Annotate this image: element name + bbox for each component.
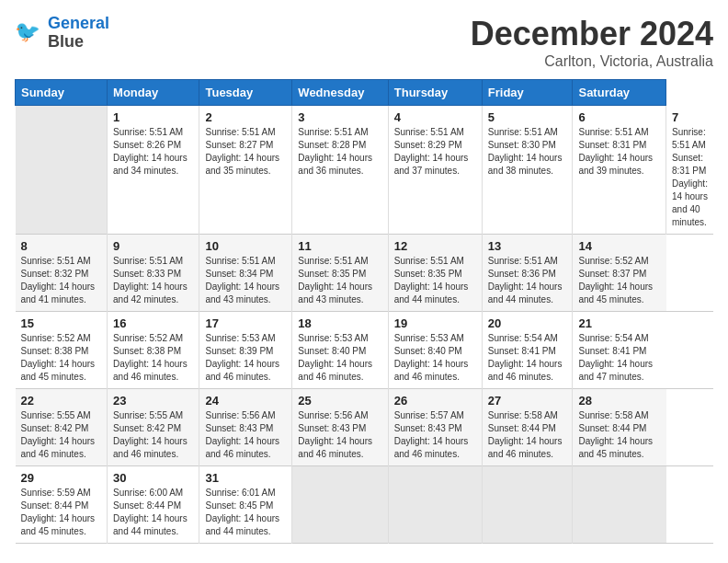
day-info: Sunrise: 5:51 AMSunset: 8:35 PMDaylight:…: [394, 255, 476, 306]
calendar-cell: 4Sunrise: 5:51 AMSunset: 8:29 PMDaylight…: [388, 106, 482, 235]
day-number: 20: [488, 316, 567, 330]
calendar-table: SundayMondayTuesdayWednesdayThursdayFrid…: [15, 79, 713, 544]
logo-line1: General: [48, 14, 109, 32]
week-row-5: 29Sunrise: 5:59 AMSunset: 8:44 PMDayligh…: [16, 465, 714, 543]
day-info: Sunrise: 5:53 AMSunset: 8:39 PMDaylight:…: [205, 332, 286, 384]
day-number: 17: [205, 316, 286, 330]
day-info: Sunrise: 5:51 AMSunset: 8:27 PMDaylight:…: [205, 126, 286, 178]
day-info: Sunrise: 5:56 AMSunset: 8:43 PMDaylight:…: [205, 409, 286, 461]
calendar-cell: 31Sunrise: 6:01 AMSunset: 8:45 PMDayligh…: [199, 465, 292, 543]
day-header-saturday: Saturday: [573, 80, 666, 106]
logo-text: General Blue: [48, 15, 109, 52]
header: 🐦 General Blue December 2024 Carlton, Vi…: [15, 15, 713, 70]
day-number: 8: [21, 239, 102, 253]
calendar-cell: 27Sunrise: 5:58 AMSunset: 8:44 PMDayligh…: [482, 388, 573, 465]
day-info: Sunrise: 5:51 AMSunset: 8:28 PMDaylight:…: [298, 126, 381, 178]
calendar-cell: 11Sunrise: 5:51 AMSunset: 8:35 PMDayligh…: [292, 234, 388, 311]
day-header-monday: Monday: [108, 80, 199, 106]
week-row-4: 22Sunrise: 5:55 AMSunset: 8:42 PMDayligh…: [16, 388, 714, 465]
day-info: Sunrise: 5:51 AMSunset: 8:32 PMDaylight:…: [21, 255, 102, 306]
day-number: 15: [21, 316, 102, 330]
day-info: Sunrise: 5:58 AMSunset: 8:44 PMDaylight:…: [578, 409, 660, 461]
day-info: Sunrise: 5:51 AMSunset: 8:31 PMDaylight:…: [672, 126, 708, 229]
day-number: 29: [21, 471, 102, 485]
day-number: 27: [488, 394, 567, 408]
title-area: December 2024 Carlton, Victoria, Austral…: [471, 15, 713, 70]
day-info: Sunrise: 5:59 AMSunset: 8:44 PMDaylight:…: [21, 487, 102, 538]
calendar-cell: 7Sunrise: 5:51 AMSunset: 8:31 PMDaylight…: [666, 106, 713, 235]
day-info: Sunrise: 5:54 AMSunset: 8:41 PMDaylight:…: [488, 332, 567, 384]
day-info: Sunrise: 5:52 AMSunset: 8:38 PMDaylight:…: [21, 332, 102, 384]
week-row-3: 15Sunrise: 5:52 AMSunset: 8:38 PMDayligh…: [16, 311, 714, 388]
day-info: Sunrise: 5:51 AMSunset: 8:31 PMDaylight:…: [578, 126, 660, 178]
calendar-cell: 8Sunrise: 5:51 AMSunset: 8:32 PMDaylight…: [16, 234, 108, 311]
week-row-2: 8Sunrise: 5:51 AMSunset: 8:32 PMDaylight…: [16, 234, 714, 311]
day-number: 10: [205, 239, 286, 253]
calendar-cell: 23Sunrise: 5:55 AMSunset: 8:42 PMDayligh…: [108, 388, 199, 465]
day-info: Sunrise: 6:01 AMSunset: 8:45 PMDaylight:…: [205, 487, 286, 538]
day-info: Sunrise: 5:56 AMSunset: 8:43 PMDaylight:…: [298, 409, 381, 461]
calendar-header-row: SundayMondayTuesdayWednesdayThursdayFrid…: [16, 80, 714, 106]
day-number: 16: [113, 316, 193, 330]
calendar-cell: 28Sunrise: 5:58 AMSunset: 8:44 PMDayligh…: [573, 388, 666, 465]
calendar-cell: 13Sunrise: 5:51 AMSunset: 8:36 PMDayligh…: [482, 234, 573, 311]
day-info: Sunrise: 5:54 AMSunset: 8:41 PMDaylight:…: [578, 332, 660, 384]
day-number: 6: [578, 110, 660, 124]
day-number: 24: [205, 394, 286, 408]
day-info: Sunrise: 5:51 AMSunset: 8:34 PMDaylight:…: [205, 255, 286, 306]
day-info: Sunrise: 5:51 AMSunset: 8:36 PMDaylight:…: [488, 255, 567, 306]
calendar-cell: 21Sunrise: 5:54 AMSunset: 8:41 PMDayligh…: [573, 311, 666, 388]
calendar-cell: 15Sunrise: 5:52 AMSunset: 8:38 PMDayligh…: [16, 311, 108, 388]
day-header-friday: Friday: [482, 80, 573, 106]
calendar-cell: 12Sunrise: 5:51 AMSunset: 8:35 PMDayligh…: [388, 234, 482, 311]
calendar-cell: 30Sunrise: 6:00 AMSunset: 8:44 PMDayligh…: [108, 465, 199, 543]
calendar-cell: [388, 465, 482, 543]
day-info: Sunrise: 5:55 AMSunset: 8:42 PMDaylight:…: [21, 409, 102, 461]
day-info: Sunrise: 5:58 AMSunset: 8:44 PMDaylight:…: [488, 409, 567, 461]
day-info: Sunrise: 5:57 AMSunset: 8:43 PMDaylight:…: [394, 409, 476, 461]
svg-text:🐦: 🐦: [15, 19, 40, 44]
day-info: Sunrise: 6:00 AMSunset: 8:44 PMDaylight:…: [113, 487, 193, 538]
calendar-cell: [292, 465, 388, 543]
day-header-tuesday: Tuesday: [199, 80, 292, 106]
day-info: Sunrise: 5:51 AMSunset: 8:33 PMDaylight:…: [113, 255, 193, 306]
calendar-cell: 9Sunrise: 5:51 AMSunset: 8:33 PMDaylight…: [108, 234, 199, 311]
logo: 🐦 General Blue: [15, 15, 109, 52]
calendar-cell: 29Sunrise: 5:59 AMSunset: 8:44 PMDayligh…: [16, 465, 108, 543]
day-number: 18: [298, 316, 381, 330]
calendar-cell: 25Sunrise: 5:56 AMSunset: 8:43 PMDayligh…: [292, 388, 388, 465]
day-number: 9: [113, 239, 193, 253]
day-number: 28: [578, 394, 660, 408]
day-number: 19: [394, 316, 476, 330]
calendar-cell: 1Sunrise: 5:51 AMSunset: 8:26 PMDaylight…: [108, 106, 199, 235]
day-number: 3: [298, 110, 381, 124]
calendar-cell: 22Sunrise: 5:55 AMSunset: 8:42 PMDayligh…: [16, 388, 108, 465]
day-info: Sunrise: 5:55 AMSunset: 8:42 PMDaylight:…: [113, 409, 193, 461]
day-number: 1: [113, 110, 193, 124]
calendar-body: 1Sunrise: 5:51 AMSunset: 8:26 PMDaylight…: [16, 106, 714, 544]
day-info: Sunrise: 5:53 AMSunset: 8:40 PMDaylight:…: [394, 332, 476, 384]
calendar-cell: 20Sunrise: 5:54 AMSunset: 8:41 PMDayligh…: [482, 311, 573, 388]
week-row-1: 1Sunrise: 5:51 AMSunset: 8:26 PMDaylight…: [16, 106, 714, 235]
calendar-cell: 10Sunrise: 5:51 AMSunset: 8:34 PMDayligh…: [199, 234, 292, 311]
logo-icon: 🐦: [15, 18, 44, 48]
day-header-wednesday: Wednesday: [292, 80, 388, 106]
calendar-cell: 5Sunrise: 5:51 AMSunset: 8:30 PMDaylight…: [482, 106, 573, 235]
day-number: 26: [394, 394, 476, 408]
day-number: 13: [488, 239, 567, 253]
calendar-cell: 24Sunrise: 5:56 AMSunset: 8:43 PMDayligh…: [199, 388, 292, 465]
day-info: Sunrise: 5:51 AMSunset: 8:35 PMDaylight:…: [298, 255, 381, 306]
calendar-cell: [573, 465, 666, 543]
empty-cell: [16, 106, 108, 235]
month-title: December 2024: [471, 15, 713, 53]
day-header-thursday: Thursday: [388, 80, 482, 106]
day-number: 7: [672, 110, 708, 124]
day-number: 31: [205, 471, 286, 485]
day-info: Sunrise: 5:52 AMSunset: 8:38 PMDaylight:…: [113, 332, 193, 384]
day-number: 12: [394, 239, 476, 253]
day-number: 4: [394, 110, 476, 124]
location-subtitle: Carlton, Victoria, Australia: [471, 53, 713, 70]
calendar-cell: 16Sunrise: 5:52 AMSunset: 8:38 PMDayligh…: [108, 311, 199, 388]
calendar-cell: 26Sunrise: 5:57 AMSunset: 8:43 PMDayligh…: [388, 388, 482, 465]
day-number: 21: [578, 316, 660, 330]
